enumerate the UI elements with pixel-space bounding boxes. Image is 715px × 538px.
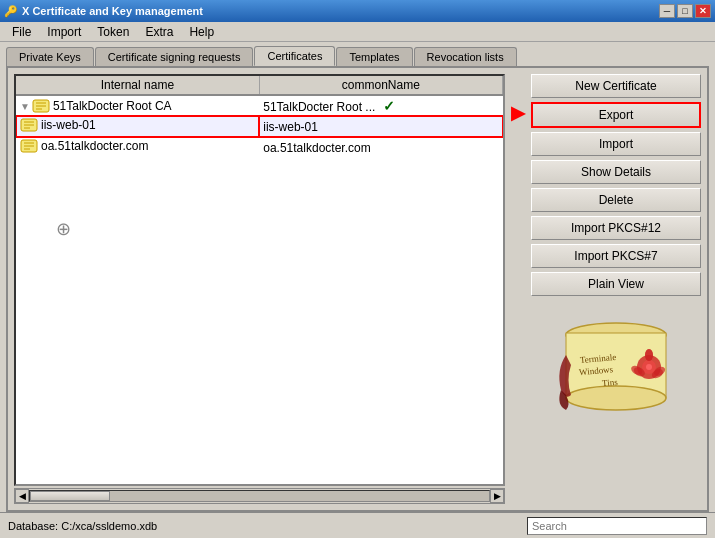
database-status: Database: C:/xca/ssldemo.xdb (8, 520, 157, 532)
plain-view-button[interactable]: Plain View (531, 272, 701, 296)
cert-internal-name: oa.51talkdocter.com (16, 137, 259, 158)
menu-bar: File Import Token Extra Help (0, 22, 715, 42)
tab-bar: Private Keys Certificate signing request… (0, 42, 715, 66)
svg-point-20 (646, 364, 652, 370)
cert-name-text: oa.51talkdocter.com (41, 139, 148, 153)
window-controls: ─ □ ✕ (659, 4, 711, 18)
close-button[interactable]: ✕ (695, 4, 711, 18)
menu-file[interactable]: File (4, 23, 39, 41)
import-pkcs7-button[interactable]: Import PKCS#7 (531, 244, 701, 268)
delete-button[interactable]: Delete (531, 188, 701, 212)
title-bar: 🔑 X Certificate and Key management ─ □ ✕ (0, 0, 715, 22)
cert-scroll-icon (32, 99, 50, 113)
arrow-indicator: ▶ (511, 74, 525, 504)
export-button[interactable]: Export (531, 102, 701, 128)
cert-list: Internal name commonName ▼ (14, 74, 505, 486)
table-row[interactable]: ▼ 51TalkDocter Root CA (16, 95, 503, 116)
minimize-button[interactable]: ─ (659, 4, 675, 18)
tab-csr[interactable]: Certificate signing requests (95, 47, 254, 66)
cert-name-text: 51TalkDocter Root CA (53, 99, 172, 113)
button-panel: New Certificate Export Import Show Detai… (531, 74, 701, 504)
status-bar: Database: C:/xca/ssldemo.xdb (0, 512, 715, 538)
decoration-area: Terminale Windows Tins (531, 310, 701, 430)
list-spacer: ⊕ (16, 158, 503, 484)
svg-point-14 (566, 386, 666, 410)
cert-internal-name: ▼ 51TalkDocter Root CA (16, 95, 259, 116)
menu-import[interactable]: Import (39, 23, 89, 41)
import-button[interactable]: Import (531, 132, 701, 156)
cert-scroll-icon (20, 139, 38, 153)
table-header: Internal name commonName (16, 76, 503, 95)
import-pkcs12-button[interactable]: Import PKCS#12 (531, 216, 701, 240)
cert-common-name-cell: iis-web-01 (259, 116, 502, 137)
menu-help[interactable]: Help (181, 23, 222, 41)
show-details-button[interactable]: Show Details (531, 160, 701, 184)
tab-revocation[interactable]: Revocation lists (414, 47, 517, 66)
tab-private-keys[interactable]: Private Keys (6, 47, 94, 66)
window-title: X Certificate and Key management (22, 5, 659, 17)
new-certificate-button[interactable]: New Certificate (531, 74, 701, 98)
maximize-button[interactable]: □ (677, 4, 693, 18)
menu-token[interactable]: Token (89, 23, 137, 41)
cert-name-text: iis-web-01 (41, 118, 96, 132)
tab-certificates[interactable]: Certificates (254, 46, 335, 66)
app-icon: 🔑 (4, 4, 18, 18)
col-common-name: commonName (259, 76, 502, 95)
horizontal-scrollbar[interactable]: ◀ ▶ (14, 488, 505, 504)
crosshair-indicator: ⊕ (16, 158, 503, 240)
cert-scroll-icon (20, 118, 38, 132)
tab-templates[interactable]: Templates (336, 47, 412, 66)
col-internal-name: Internal name (16, 76, 259, 95)
inner-content: Internal name commonName ▼ (8, 68, 707, 510)
tab-content: Internal name commonName ▼ (6, 66, 709, 512)
table-row[interactable]: iis-web-01 iis-web-01 (16, 116, 503, 137)
tree-icon: ▼ (20, 101, 30, 112)
scroll-decoration: Terminale Windows Tins (551, 315, 681, 425)
scroll-right-button[interactable]: ▶ (490, 489, 504, 503)
scroll-left-button[interactable]: ◀ (15, 489, 29, 503)
scrollbar-thumb[interactable] (30, 491, 110, 501)
search-input[interactable] (527, 517, 707, 535)
cert-common-name-text: 51TalkDocter Root ... ✓ (259, 95, 502, 116)
cert-table: Internal name commonName ▼ (16, 76, 503, 158)
app-window: 🔑 X Certificate and Key management ─ □ ✕… (0, 0, 715, 538)
menu-extra[interactable]: Extra (137, 23, 181, 41)
verified-icon: ✓ (383, 98, 395, 114)
table-row[interactable]: oa.51talkdocter.com oa.51talkdocter.com (16, 137, 503, 158)
cert-internal-name: iis-web-01 (16, 116, 259, 137)
svg-point-24 (645, 349, 653, 361)
svg-text:Tins: Tins (602, 377, 619, 388)
cert-common-name-text: oa.51talkdocter.com (259, 137, 502, 158)
cert-list-container: Internal name commonName ▼ (14, 74, 505, 504)
scrollbar-track[interactable] (29, 490, 490, 502)
